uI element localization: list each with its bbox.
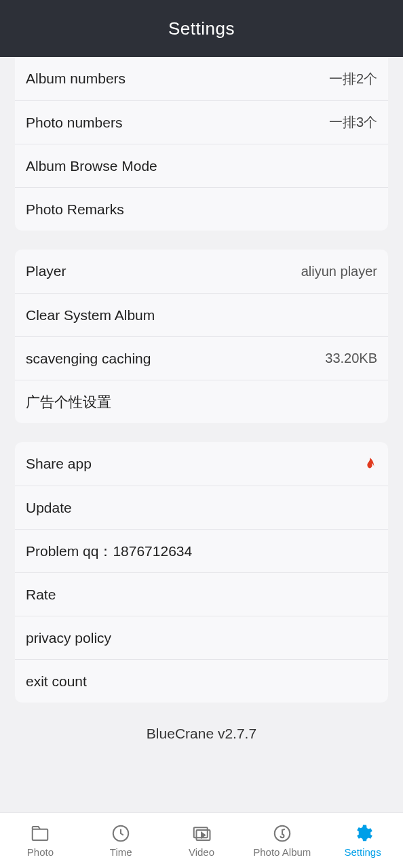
row-label: Problem qq：1876712634: [26, 542, 192, 561]
row-privacy[interactable]: privacy policy: [15, 616, 388, 659]
row-update[interactable]: Update: [15, 486, 388, 529]
tab-video[interactable]: Video: [161, 813, 242, 868]
row-clear-album[interactable]: Clear System Album: [15, 293, 388, 336]
row-value: aliyun player: [301, 264, 377, 279]
settings-group-layout: Album numbers 一排2个 Photo numbers 一排3个 Al…: [15, 57, 388, 231]
row-cache[interactable]: scavenging caching 33.20KB: [15, 336, 388, 380]
tab-label: Photo Album: [253, 846, 311, 858]
tab-time[interactable]: Time: [81, 813, 161, 868]
app-version: BlueCrane v2.7.7: [0, 726, 403, 742]
svg-rect-0: [33, 829, 48, 840]
tab-photo[interactable]: Photo: [0, 813, 81, 868]
tab-settings[interactable]: Settings: [322, 813, 403, 868]
row-rate[interactable]: Rate: [15, 572, 388, 616]
row-browse-mode[interactable]: Album Browse Mode: [15, 144, 388, 187]
tab-label: Settings: [344, 846, 381, 858]
tab-photo-album[interactable]: Photo Album: [242, 813, 322, 868]
row-label: Album Browse Mode: [26, 158, 157, 174]
row-ad-settings[interactable]: 广告个性设置: [15, 380, 388, 423]
gear-icon: [353, 823, 373, 844]
row-label: 广告个性设置: [26, 393, 111, 412]
row-share-app[interactable]: Share app: [15, 442, 388, 486]
tab-label: Photo: [27, 846, 54, 858]
row-label: scavenging caching: [26, 351, 151, 367]
row-value: 33.20KB: [325, 351, 377, 366]
row-label: privacy policy: [26, 630, 111, 646]
fire-icon: [362, 456, 377, 471]
row-label: Clear System Album: [26, 307, 155, 323]
row-label: Share app: [26, 456, 92, 472]
row-exit-count[interactable]: exit count: [15, 659, 388, 703]
row-label: Photo numbers: [26, 115, 122, 131]
row-label: exit count: [26, 673, 87, 690]
page-title: Settings: [0, 0, 403, 57]
row-album-numbers[interactable]: Album numbers 一排2个: [15, 57, 388, 100]
video-icon: [191, 823, 212, 844]
clock-icon: [111, 823, 131, 844]
row-label: Update: [26, 500, 72, 516]
row-label: Photo Remarks: [26, 201, 124, 218]
row-value: 一排3个: [329, 113, 377, 132]
row-label: Player: [26, 263, 66, 279]
row-value: 一排2个: [329, 70, 377, 88]
music-icon: [272, 823, 292, 844]
settings-content: Album numbers 一排2个 Photo numbers 一排3个 Al…: [0, 57, 403, 812]
tab-label: Video: [189, 846, 214, 858]
tab-label: Time: [110, 846, 132, 858]
row-problem-qq[interactable]: Problem qq：1876712634: [15, 529, 388, 572]
row-photo-numbers[interactable]: Photo numbers 一排3个: [15, 100, 388, 144]
row-label: Rate: [26, 587, 56, 603]
row-player[interactable]: Player aliyun player: [15, 250, 388, 293]
bottom-tabbar: Photo Time Video Photo Album Settings: [0, 812, 403, 868]
folder-icon: [30, 823, 50, 844]
settings-group-about: Share app Update Problem qq：1876712634 R…: [15, 442, 388, 703]
row-label: Album numbers: [26, 71, 126, 87]
row-photo-remarks[interactable]: Photo Remarks: [15, 187, 388, 231]
settings-group-system: Player aliyun player Clear System Album …: [15, 250, 388, 423]
